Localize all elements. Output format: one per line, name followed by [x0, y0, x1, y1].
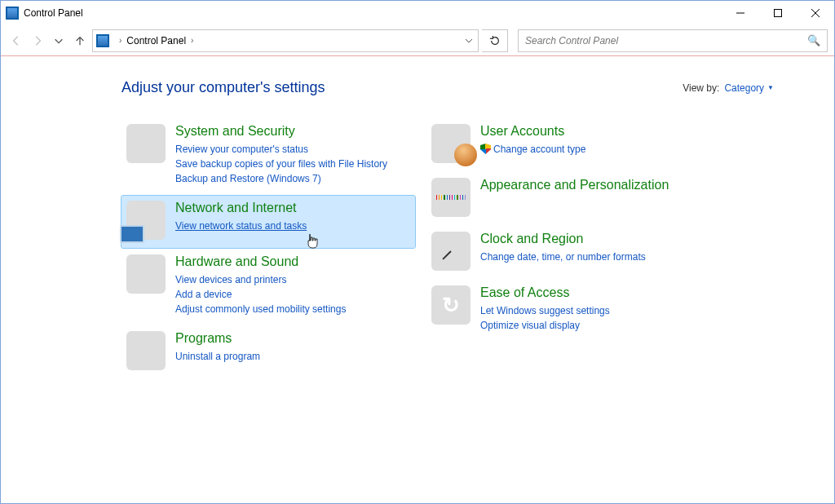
view-by-control[interactable]: View by: Category ▼	[683, 82, 774, 94]
link-devices-printers[interactable]: View devices and printers	[175, 272, 346, 287]
categories-column-right: User Accounts Change account type Appear…	[426, 119, 720, 380]
ease-of-access-icon	[431, 285, 471, 325]
category-title[interactable]: System and Security	[175, 124, 387, 139]
programs-icon	[126, 331, 166, 370]
breadcrumb-root[interactable]: Control Panel	[126, 35, 186, 46]
breadcrumb-chevron-icon[interactable]: ›	[119, 36, 121, 45]
category-ease-of-access[interactable]: Ease of Access Let Windows suggest setti…	[426, 281, 720, 341]
address-bar[interactable]: › Control Panel ›	[92, 29, 479, 52]
link-add-device[interactable]: Add a device	[175, 287, 346, 302]
category-title[interactable]: Network and Internet	[175, 201, 307, 215]
category-user-accounts[interactable]: User Accounts Change account type	[426, 119, 720, 171]
link-network-status[interactable]: View network status and tasks	[175, 219, 307, 233]
link-file-history[interactable]: Save backup copies of your files with Fi…	[175, 157, 387, 171]
svg-rect-0	[775, 10, 782, 17]
app-icon	[6, 7, 19, 20]
window-title: Control Panel	[24, 7, 83, 19]
viewby-label: View by:	[683, 82, 719, 94]
category-title[interactable]: User Accounts	[480, 124, 585, 139]
category-title[interactable]: Hardware and Sound	[175, 254, 346, 269]
recent-locations-button[interactable]	[50, 32, 68, 50]
link-uninstall-program[interactable]: Uninstall a program	[175, 349, 260, 364]
category-hardware-and-sound[interactable]: Hardware and Sound View devices and prin…	[121, 250, 415, 325]
maximize-button[interactable]	[759, 1, 797, 25]
category-clock-and-region[interactable]: Clock and Region Change date, time, or n…	[426, 227, 720, 279]
user-accounts-icon	[431, 124, 471, 163]
link-windows-suggest[interactable]: Let Windows suggest settings	[480, 303, 610, 318]
toolbar: › Control Panel › 🔍	[1, 25, 834, 56]
chevron-down-icon: ▼	[767, 84, 774, 91]
minimize-button[interactable]	[722, 1, 759, 25]
link-backup-restore[interactable]: Backup and Restore (Windows 7)	[175, 171, 387, 186]
search-input[interactable]	[525, 35, 807, 46]
link-change-account-type[interactable]: Change account type	[480, 142, 585, 157]
address-dropdown-button[interactable]	[458, 30, 478, 51]
breadcrumb-chevron-icon[interactable]: ›	[191, 36, 193, 45]
clock-region-icon	[431, 232, 471, 271]
link-review-status[interactable]: Review your computer's status	[175, 142, 387, 157]
back-button[interactable]	[7, 32, 25, 50]
appearance-icon	[431, 178, 471, 217]
search-box[interactable]: 🔍	[518, 29, 828, 52]
link-mobility-settings[interactable]: Adjust commonly used mobility settings	[175, 302, 346, 316]
category-title[interactable]: Clock and Region	[480, 232, 646, 246]
system-security-icon	[126, 124, 166, 163]
category-appearance-and-personalization[interactable]: Appearance and Personalization	[426, 173, 720, 225]
control-panel-icon	[96, 34, 109, 47]
page-title: Adjust your computer's settings	[121, 79, 325, 96]
up-button[interactable]	[71, 32, 89, 50]
titlebar: Control Panel	[1, 1, 834, 25]
category-network-and-internet[interactable]: Network and Internet View network status…	[121, 196, 415, 248]
uac-shield-icon	[480, 144, 491, 154]
link-date-time-formats[interactable]: Change date, time, or number formats	[480, 250, 646, 264]
link-optimize-visual[interactable]: Optimize visual display	[480, 318, 610, 333]
hardware-sound-icon	[126, 254, 166, 294]
category-title[interactable]: Ease of Access	[480, 285, 610, 300]
forward-button[interactable]	[29, 32, 46, 50]
category-programs[interactable]: Programs Uninstall a program	[121, 326, 415, 378]
category-title[interactable]: Appearance and Personalization	[480, 178, 669, 192]
refresh-button[interactable]	[482, 29, 508, 52]
network-internet-icon	[126, 201, 166, 240]
content-area: Adjust your computer's settings View by:…	[1, 56, 834, 380]
close-button[interactable]	[797, 1, 834, 25]
category-system-and-security[interactable]: System and Security Review your computer…	[121, 119, 415, 194]
category-title[interactable]: Programs	[175, 331, 260, 346]
viewby-value[interactable]: Category ▼	[724, 82, 774, 94]
search-icon[interactable]: 🔍	[807, 34, 820, 46]
categories-column-left: System and Security Review your computer…	[121, 119, 415, 380]
